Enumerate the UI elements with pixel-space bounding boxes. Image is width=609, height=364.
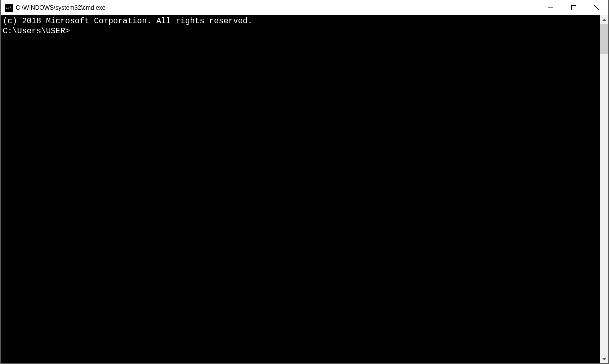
window-controls: [539, 0, 608, 15]
prompt-line[interactable]: C:\Users\USER>: [3, 26, 598, 36]
close-button[interactable]: [585, 0, 608, 15]
vertical-scrollbar[interactable]: [600, 16, 608, 364]
chevron-down-icon: [602, 358, 606, 360]
chevron-up-icon: [602, 19, 606, 21]
scroll-down-button[interactable]: [600, 355, 608, 364]
titlebar[interactable]: C:\WINDOWS\system32\cmd.exe: [1, 0, 608, 16]
scroll-thumb[interactable]: [600, 24, 608, 54]
scroll-track[interactable]: [600, 24, 608, 355]
svg-rect-1: [572, 6, 576, 10]
maximize-icon: [571, 6, 576, 10]
minimize-icon: [548, 6, 553, 10]
copyright-line: (c) 2018 Microsoft Corporation. All righ…: [3, 16, 598, 26]
cmd-window: C:\WINDOWS\system32\cmd.exe (c) 2018 Mic: [0, 0, 609, 364]
minimize-button[interactable]: [539, 0, 562, 15]
close-icon: [594, 6, 599, 10]
maximize-button[interactable]: [562, 0, 585, 15]
cmd-icon: [5, 4, 13, 12]
terminal[interactable]: (c) 2018 Microsoft Corporation. All righ…: [1, 16, 600, 364]
content-area: (c) 2018 Microsoft Corporation. All righ…: [1, 16, 608, 364]
scroll-up-button[interactable]: [600, 16, 608, 24]
window-title: C:\WINDOWS\system32\cmd.exe: [16, 4, 539, 12]
